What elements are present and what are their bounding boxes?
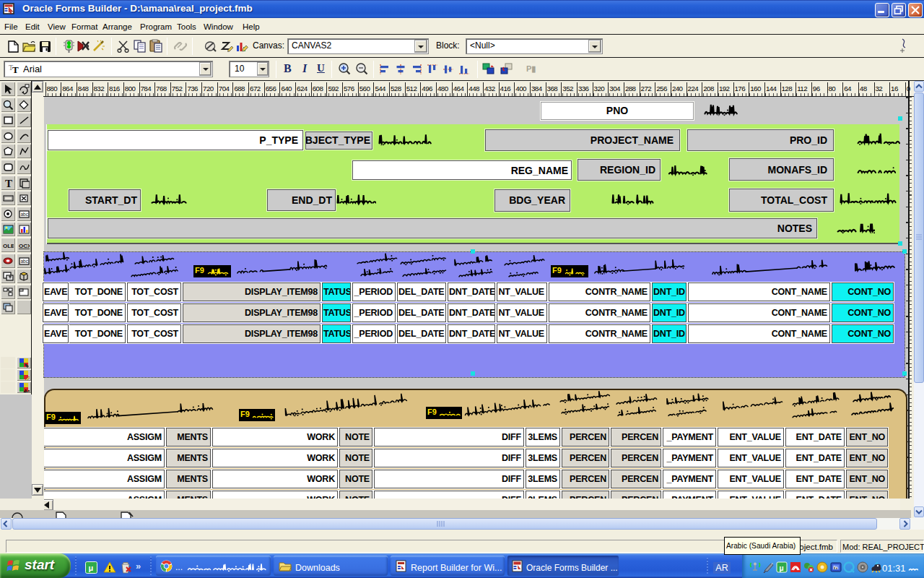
svg-text:μ: μ [89,564,94,572]
svg-text:T: T [5,178,12,189]
svg-text:abc: abc [21,212,29,217]
svg-text:T: T [12,64,19,74]
svg-text:OLE: OLE [3,243,14,249]
svg-text:μ: μ [780,564,784,572]
svg-text:OCX: OCX [19,243,30,249]
svg-text:abc: abc [21,259,29,264]
svg-text:Aa: Aa [22,388,30,392]
